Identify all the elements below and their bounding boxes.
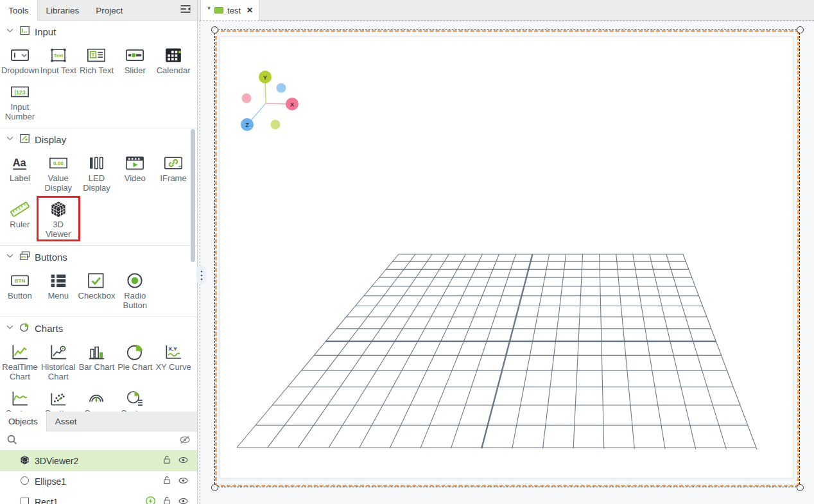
hide-all-eye-off-icon[interactable] [179, 434, 191, 448]
panel-resize-handle[interactable] [196, 266, 206, 284]
object-label: Ellipse1 [35, 476, 66, 487]
tool-item-checkbox[interactable]: Checkbox [78, 270, 116, 310]
section-header-buttons[interactable]: BTNButtons [0, 248, 197, 264]
tool-item-label: Video [125, 173, 146, 183]
input-section-icon [19, 25, 30, 39]
object-row-controls [162, 475, 189, 489]
chevron-down-icon[interactable] [5, 322, 15, 335]
tool-item-led-display[interactable]: LED Display [78, 152, 116, 193]
tab-tools[interactable]: Tools [0, 0, 38, 21]
svg-text:|123: |123 [14, 89, 25, 95]
tool-item-ruler[interactable]: Ruler [1, 198, 39, 239]
eye-icon[interactable] [178, 475, 189, 489]
script-badge-icon [145, 496, 156, 504]
historical-chart-icon [49, 341, 68, 362]
section-label: Charts [35, 323, 63, 334]
tool-item-video[interactable]: Video [116, 152, 154, 193]
tool-item-input-text[interactable]: TextInput Text [39, 44, 78, 75]
chevron-down-icon[interactable] [5, 26, 15, 38]
tab-libraries[interactable]: Libraries [38, 0, 88, 21]
tool-item-calendar[interactable]: Calendar [154, 44, 193, 75]
svg-text:Aa: Aa [13, 157, 27, 168]
tool-item-bar-chart[interactable]: Bar Chart [78, 341, 116, 381]
tool-item-value-display[interactable]: 0.00Value Display [39, 152, 78, 193]
tool-item-slider[interactable]: Slider [116, 44, 154, 75]
custom-chart-icon [125, 387, 144, 408]
section-header-charts[interactable]: Charts [0, 320, 197, 335]
chevron-down-icon[interactable] [5, 134, 15, 146]
object-row-rect1[interactable]: Rect1 [0, 492, 197, 504]
realtime-chart-icon [10, 341, 30, 362]
tools-palette: InputDropdownTextInput TextTRich TextSli… [0, 21, 197, 412]
canvas-tab-test[interactable]: * test ✕ [200, 0, 260, 21]
object-row-ellipse1[interactable]: Ellipse1 [0, 471, 197, 492]
rich-text-icon: T [87, 44, 106, 65]
selection-border[interactable] [214, 30, 800, 487]
tool-item-custom-chart[interactable]: Custom Chart [116, 387, 154, 412]
tool-item-label: Bar Chart [79, 362, 115, 372]
canvas-area[interactable]: Y X Z [198, 21, 814, 504]
tab-objects[interactable]: Objects [0, 412, 47, 431]
canvas-tab-bar: * test ✕ [198, 0, 814, 21]
section-label: Input [35, 26, 56, 37]
lock-open-icon[interactable] [162, 455, 172, 467]
svg-text:X,Y: X,Y [169, 346, 178, 352]
tool-item-pie-chart[interactable]: Pie Chart [116, 341, 154, 381]
selection-handle-bottom-right[interactable] [797, 484, 804, 491]
unsaved-marker: * [207, 4, 211, 14]
tool-item-label: LED Display [78, 173, 115, 193]
rect-icon [19, 496, 30, 504]
lock-open-icon[interactable] [162, 475, 172, 488]
bar-chart-icon [87, 341, 106, 362]
selection-handle-top-left[interactable] [211, 26, 218, 33]
tool-item-scatter[interactable]: Scatter [39, 387, 78, 412]
tool-item-label: RealTime Chart [1, 362, 39, 381]
tool-item-label: XY Curve [155, 362, 191, 372]
left-panel-tabs: Tools Libraries Project [0, 0, 197, 21]
tools-scrollbar-thumb[interactable] [191, 129, 195, 262]
charts-section-icon [19, 322, 30, 335]
tool-item-input-number[interactable]: |123Input Number [1, 81, 39, 121]
tool-item-xy-curve[interactable]: X,YXY Curve [154, 341, 193, 381]
tool-item-radio-button[interactable]: Radio Button [116, 270, 154, 310]
lock-open-icon[interactable] [162, 496, 172, 504]
tab-asset[interactable]: Asset [47, 412, 85, 431]
section-items: RealTime ChartHistorical ChartBar ChartP… [0, 341, 197, 412]
selection-handle-top-right[interactable] [797, 26, 804, 33]
search-icon[interactable] [6, 434, 18, 448]
eye-icon[interactable] [178, 496, 189, 504]
close-tab-icon[interactable]: ✕ [247, 6, 253, 15]
gauge-icon [87, 387, 106, 408]
selection-handle-bottom-left[interactable] [211, 484, 218, 491]
svg-text:Text: Text [54, 52, 64, 58]
object-label: 3DViewer2 [35, 456, 78, 466]
tool-item-iframe[interactable]: +IFrame [154, 152, 193, 193]
tool-item-label: Slider [125, 65, 146, 75]
custom-curve-icon [10, 387, 30, 408]
tool-item-button[interactable]: BTNButton [1, 270, 39, 310]
tool-item-dropdown[interactable]: Dropdown [1, 44, 39, 75]
checkbox-icon [87, 270, 106, 291]
palette-section-display: DisplayAaLabel0.00Value DisplayLED Displ… [0, 128, 197, 246]
collapse-panel-button[interactable] [178, 3, 193, 17]
section-header-input[interactable]: Input [0, 23, 197, 39]
tool-item-label: IFrame [160, 173, 187, 183]
section-header-display[interactable]: Display [0, 131, 197, 146]
chevron-down-icon[interactable] [5, 251, 15, 263]
tool-item-label[interactable]: AaLabel [1, 152, 39, 193]
objects-list: 3DViewer2Ellipse1Rect1 [0, 451, 197, 504]
page-thumbnail-icon [214, 7, 223, 13]
tab-project[interactable]: Project [87, 0, 131, 21]
eye-icon[interactable] [178, 455, 189, 468]
tool-item-custom-curve[interactable]: Custom Curve [1, 387, 39, 412]
tool-item-realtime-chart[interactable]: RealTime Chart [1, 341, 39, 381]
svg-text:T: T [92, 51, 95, 57]
tool-item-3d-viewer[interactable]: 3D Viewer [39, 198, 78, 239]
tool-item-gauge[interactable]: Gauge [78, 387, 116, 412]
tool-item-rich-text[interactable]: TRich Text [78, 44, 116, 75]
tool-item-historical-chart[interactable]: Historical Chart [39, 341, 78, 381]
input-number-icon: |123 [10, 81, 30, 102]
tool-item-label: Historical Chart [40, 362, 77, 381]
tool-item-menu[interactable]: Menu [39, 270, 78, 310]
object-row-3dviewer2[interactable]: 3DViewer2 [0, 451, 197, 471]
